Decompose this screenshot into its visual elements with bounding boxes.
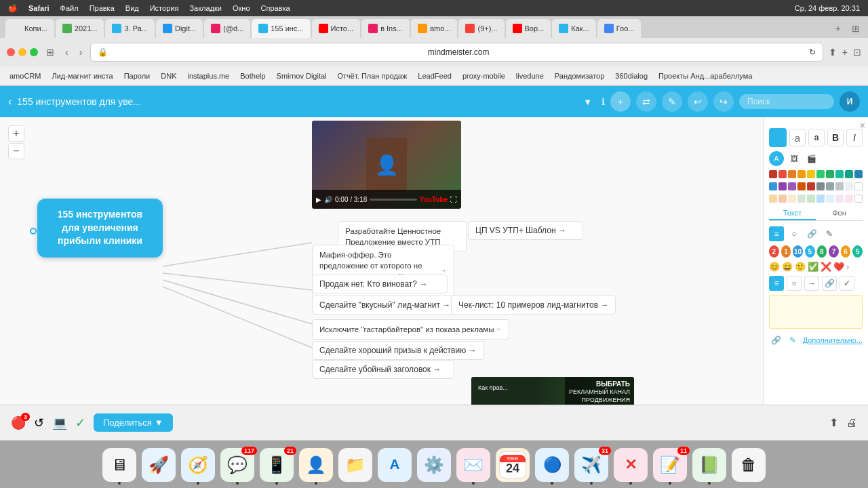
bookmark-bothelp[interactable]: Bothelp	[236, 70, 269, 81]
menu-help[interactable]: Справка	[261, 4, 290, 12]
color-swatch[interactable]	[854, 182, 863, 190]
dock-appstore[interactable]: A	[378, 448, 412, 482]
format-a-large[interactable]: A	[769, 128, 787, 147]
bookmark-otchet[interactable]: Отчёт. План продаж	[334, 70, 412, 81]
dock-launchpad[interactable]: 🚀	[142, 448, 176, 482]
bookmark-lm[interactable]: Лид-магнит инста	[47, 70, 117, 81]
num-icon-7[interactable]: 7	[829, 245, 839, 258]
add-tab-button[interactable]: +	[842, 47, 848, 58]
edit-pen-icon[interactable]: ✎	[822, 226, 837, 241]
tab-digit[interactable]: Digit...	[156, 19, 203, 38]
mm-user-avatar[interactable]: И	[840, 92, 860, 112]
mm-add-button[interactable]: +	[610, 92, 631, 112]
bookmark-proxy[interactable]: proxy-mobile	[458, 70, 509, 81]
color-swatch[interactable]	[835, 170, 844, 178]
address-bar[interactable]: 🔒 mindmeister.com ↻	[90, 43, 823, 62]
num-icon-5[interactable]: 5	[805, 245, 815, 258]
fullscreen-button[interactable]: ⛶	[450, 196, 457, 203]
video-progress-bar[interactable]	[370, 199, 416, 201]
emoji-x[interactable]: ❌	[821, 262, 831, 272]
color-swatch[interactable]	[778, 182, 787, 190]
back-button[interactable]: ‹	[62, 45, 71, 59]
upload-icon[interactable]: ⬆	[829, 416, 838, 429]
emoji-laugh[interactable]: 😄	[782, 262, 793, 272]
refresh-icon[interactable]: ↻	[809, 47, 816, 57]
format-video-icon[interactable]: 🎬	[804, 151, 819, 166]
dock-calendar[interactable]: ФЕВ 24	[496, 448, 530, 482]
menu-window[interactable]: Окно	[233, 4, 250, 12]
color-swatch[interactable]	[788, 195, 796, 203]
action-circle-icon[interactable]: ○	[787, 276, 802, 291]
format-image-icon[interactable]: 🖼	[787, 151, 802, 166]
format-italic[interactable]: I	[846, 129, 863, 146]
bookmark-livedune[interactable]: livedune	[512, 70, 548, 81]
forward-button[interactable]: ›	[77, 45, 85, 59]
tab-isto[interactable]: Исто...	[312, 19, 361, 38]
zoom-in-button[interactable]: +	[8, 125, 24, 142]
num-icon-2[interactable]: 2	[769, 245, 779, 258]
tab-goo[interactable]: Гоо...	[597, 19, 642, 38]
menu-edit[interactable]: Правка	[90, 4, 115, 12]
color-swatch[interactable]	[826, 182, 834, 190]
emoji-happy[interactable]: 🙂	[795, 262, 806, 272]
dock-files[interactable]: 📁	[338, 448, 372, 482]
color-swatch[interactable]	[816, 182, 825, 190]
mm-redo-button[interactable]: ↪	[713, 92, 734, 112]
emoji-arrow[interactable]: ›	[846, 262, 849, 272]
maximize-window-button[interactable]	[30, 48, 38, 56]
tab-3ra[interactable]: 3. Ра...	[105, 19, 155, 38]
history-icon[interactable]: ↺	[34, 415, 44, 430]
color-swatch[interactable]	[845, 182, 853, 190]
action-link-icon[interactable]: 🔗	[822, 276, 837, 291]
bookmark-360[interactable]: 360dialog	[611, 70, 652, 81]
bookmark-amocrm[interactable]: amoCRM	[5, 70, 45, 81]
color-swatch[interactable]	[778, 170, 787, 178]
color-swatch[interactable]	[769, 170, 777, 178]
sidebar-tab-text[interactable]: Текст	[769, 207, 816, 220]
num-icon-10[interactable]: 10	[793, 245, 803, 258]
sidebar-tab-bg[interactable]: Фон	[816, 207, 863, 220]
minimize-window-button[interactable]	[18, 48, 26, 56]
tab-2021[interactable]: 2021...	[56, 19, 104, 38]
menu-view[interactable]: Вид	[125, 4, 139, 12]
format-list-icon[interactable]: A	[769, 151, 784, 166]
color-swatch[interactable]	[797, 182, 806, 190]
color-swatch[interactable]	[845, 195, 853, 203]
menu-bookmarks[interactable]: Закладки	[189, 4, 222, 12]
sidebar-link-btn[interactable]: 🔗	[769, 333, 783, 348]
tab-amo[interactable]: amo...	[411, 19, 458, 38]
format-a-small[interactable]: a	[808, 129, 825, 146]
color-swatch[interactable]	[854, 170, 863, 178]
num-icon-6[interactable]: 6	[841, 245, 851, 258]
color-swatch[interactable]	[807, 170, 815, 178]
shape-circle-icon[interactable]: ○	[787, 226, 802, 241]
format-a-medium[interactable]: a	[789, 129, 806, 146]
dock-spark2[interactable]: ✕	[614, 448, 648, 482]
bookmark-instaplus[interactable]: instaplus.me	[183, 70, 233, 81]
note-area[interactable]	[769, 295, 863, 329]
action-list-icon[interactable]: ≡	[769, 276, 784, 291]
close-window-button[interactable]	[7, 48, 15, 56]
video-embed-1[interactable]: 👤 ▶ 🔊 0:00 / 3:18 YouTube ⛶	[312, 121, 461, 209]
node-chek-list[interactable]: Чек-лист: 10 примеров лид-магнитов →	[451, 296, 616, 320]
tab-kak[interactable]: Как...	[552, 19, 596, 38]
color-swatch[interactable]	[807, 182, 815, 190]
bookmark-rand[interactable]: Рандомизатор	[551, 70, 608, 81]
dock-todoist[interactable]: 📝 11	[653, 448, 687, 482]
print-icon[interactable]: 🖨	[846, 417, 857, 429]
apple-icon[interactable]: 🍎	[8, 4, 18, 13]
color-swatch[interactable]	[835, 182, 844, 190]
color-swatch[interactable]	[835, 195, 844, 203]
color-swatch[interactable]	[769, 182, 777, 190]
zoom-out-button[interactable]: −	[8, 143, 24, 159]
sidebar-more-link[interactable]: Дополнительно...	[803, 336, 863, 344]
dock-telegram[interactable]: ✈️ 31	[574, 448, 608, 482]
bookmark-paroli[interactable]: Пароли	[120, 70, 155, 81]
link-icon[interactable]: 🔗	[804, 226, 819, 241]
color-swatch[interactable]	[854, 195, 863, 203]
emoji-check[interactable]: ✅	[808, 262, 818, 272]
bookmark-dnk[interactable]: DNK	[157, 70, 180, 81]
dock-messages[interactable]: 💬 117	[220, 448, 254, 482]
color-swatch[interactable]	[826, 170, 834, 178]
video-play-icon[interactable]: ▶	[316, 196, 321, 203]
